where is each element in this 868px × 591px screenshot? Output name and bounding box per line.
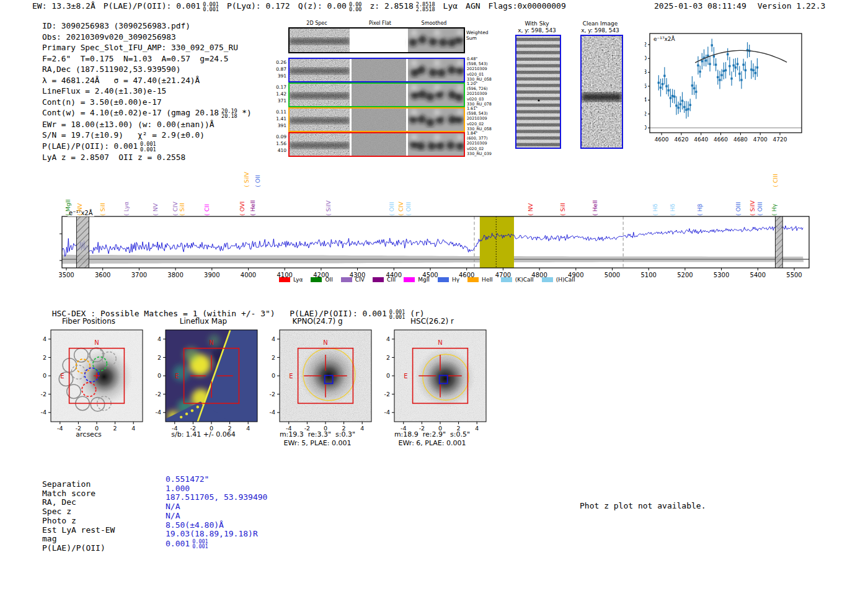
svg-text:5100: 5100: [640, 272, 656, 278]
line-label-NV: ( NV: [152, 203, 159, 216]
legend-item-(K)CaII: (K)CaII: [501, 277, 534, 283]
header-right: 2025-01-03 08:11:49 Version 1.22.3: [654, 1, 825, 11]
weighted-sum-label: Weighted Sum: [466, 30, 495, 41]
svg-text:4: 4: [43, 335, 46, 342]
svg-text:0: 0: [645, 125, 647, 131]
svg-text:-2: -2: [41, 391, 46, 398]
info-plae-stack: 0.0010.001: [140, 141, 156, 152]
legend-item-Lyα: Lyα: [279, 277, 303, 283]
cutout-plot-0: NE-4-2024420-2-4: [30, 325, 148, 434]
match-value-radec: 187.511705, 53.939490: [166, 493, 267, 502]
svg-text:4: 4: [272, 335, 275, 342]
match-label-radec: RA, Dec: [42, 498, 115, 507]
z-stack: 2.85182.8518: [416, 2, 435, 12]
withsky-title: With Skyx, y: 598, 543: [503, 20, 571, 34]
svg-text:N: N: [209, 339, 213, 346]
legend-swatch: [501, 277, 512, 283]
svg-text:N: N: [438, 339, 442, 346]
legend-item-CIII: CIII: [373, 277, 396, 283]
cutout-xlabel-lineflux: s/b: 1.41 +/- 0.064: [144, 430, 262, 438]
legend-item-(H)CaII: (H)CaII: [542, 277, 575, 283]
2dspec-header: 2D Spec: [292, 20, 342, 26]
legend-item-MgII: MgII: [404, 277, 430, 283]
info-redshifts: LyA z = 2.8507 OII z = 0.2558: [42, 152, 252, 163]
legend-swatch: [341, 277, 352, 283]
line-label-OVI: ( OVI: [239, 202, 246, 216]
2dspec-exposure-row-image: [290, 59, 464, 81]
cutout-xlabel-hsc: m:18.9 re:2.9" s:0.5": [373, 430, 491, 438]
match-value-score: 1.000: [166, 484, 267, 494]
svg-text:0: 0: [43, 372, 46, 379]
match-table-values: 0.551472" 1.000 187.511705, 53.939490 N/…: [166, 475, 267, 549]
line-label-Lyα: ( Lyα: [123, 202, 130, 216]
svg-text:4600: 4600: [655, 136, 669, 143]
header-flags: Flags:0x00000009: [489, 1, 566, 12]
legend-swatch: [542, 277, 553, 283]
match-value-mag: 19.03(18.89,19.18)R: [166, 530, 267, 539]
line-label-MgII: ( MgII: [64, 199, 72, 216]
header-plae: P(LAE)/P(OII): 0.0010.0010.001: [104, 1, 219, 12]
spectrum-plot: 3500360037003800390040004100420043004400…: [59, 213, 818, 283]
cutout-caption-hsc: EWr: 6, PLAE: 0.001: [373, 439, 491, 447]
svg-text:-4: -4: [156, 409, 161, 415]
line-label-OIII: ( OIII: [756, 202, 764, 216]
legend-swatch: [279, 277, 290, 283]
svg-text:-4: -4: [270, 409, 275, 415]
line-fit-plot: 0246810124600462046404660468047004720: [645, 29, 813, 143]
header-ew: EW: 13.3±8.2Å: [32, 1, 95, 12]
2dspec-exposure-row-image: [290, 133, 464, 156]
legend-swatch: [311, 277, 322, 283]
svg-text:6: 6: [645, 84, 647, 89]
legend-swatch: [373, 277, 384, 283]
svg-text:2: 2: [645, 112, 647, 117]
svg-text:2: 2: [272, 354, 275, 361]
match-value-specz: N/A: [166, 502, 267, 512]
svg-text:2: 2: [386, 354, 390, 361]
header-z: z: 2.85182.85182.8518: [370, 1, 435, 12]
line-label-SiIV: ( SiIV: [243, 172, 250, 187]
legend-label: MgII: [418, 277, 430, 283]
line-label-Hδ: ( Hδ: [652, 203, 659, 216]
line-label-SiII: ( SiII: [179, 203, 186, 216]
svg-text:4660: 4660: [714, 136, 728, 143]
legend-label: Lyα: [293, 277, 303, 283]
svg-text:-2: -2: [156, 391, 161, 398]
legend-item-HeII: HeII: [467, 277, 493, 283]
svg-text:N: N: [323, 339, 327, 346]
cutout-caption-kpno: EWr: 5, PLAE: 0.001: [259, 439, 376, 447]
smoothed-header: Smoothed: [409, 20, 459, 26]
2dspec-exposure-row: [288, 58, 465, 82]
line-label-CIV: ( CIV: [397, 202, 405, 216]
line-label-OIII: ( OIII: [735, 202, 742, 216]
info-cont-n: Cont(n) = 3.50(±0.00)e-17: [42, 97, 252, 108]
match-value-photoz: N/A: [166, 512, 267, 521]
line-label-CIII: ( CIII: [772, 174, 779, 187]
legend-label: (K)CaII: [515, 277, 534, 283]
svg-text:5000: 5000: [604, 272, 620, 278]
cleanimage-image: [580, 35, 623, 149]
svg-text:E: E: [289, 373, 293, 380]
svg-text:4700: 4700: [753, 136, 768, 143]
svg-text:0: 0: [272, 372, 275, 379]
info-ewr: EWr = 18.00(±13.00) (w: 0.00(±nan))Å: [42, 119, 252, 130]
cutout-xlabel-kpno: m:19.3 re:3.3" s:0.3": [259, 430, 376, 438]
svg-text:-2: -2: [384, 391, 390, 398]
legend-label: HeII: [482, 277, 493, 283]
info-id: ID: 3090256983 (3090256983.pdf): [42, 20, 252, 32]
line-label-SiII: ( SiII: [99, 203, 107, 216]
svg-text:5300: 5300: [714, 272, 729, 278]
svg-text:E: E: [60, 373, 64, 380]
2dspec-row-right-info: 1.20"(596, 726)20210309v020_03330_RU_078: [467, 81, 501, 107]
match-table-labels: Separation Match score RA, Dec Spec z Ph…: [42, 480, 115, 553]
2dspec-row-left-stats: 0.260.87391: [267, 59, 286, 79]
cleanimage-title: Clean Imagex, y: 598, 543: [566, 20, 634, 34]
legend-swatch: [438, 277, 449, 283]
svg-text:3800: 3800: [167, 272, 183, 278]
info-plae: P(LAE)/P(OII): 0.0010.0010.001: [42, 141, 252, 153]
2dspec-row-right-info: 1.84"(600, 377)20210309v020_02330_RU_039: [467, 131, 501, 156]
header-version: Version 1.22.3: [758, 1, 826, 11]
cutout-plot-2: NE-4-2024420-2-4: [259, 325, 376, 434]
cutout-title-hsc: HSC(26.2) r: [373, 317, 491, 326]
svg-text:8: 8: [645, 69, 647, 75]
2dspec-weighted-row-image: [290, 29, 464, 52]
